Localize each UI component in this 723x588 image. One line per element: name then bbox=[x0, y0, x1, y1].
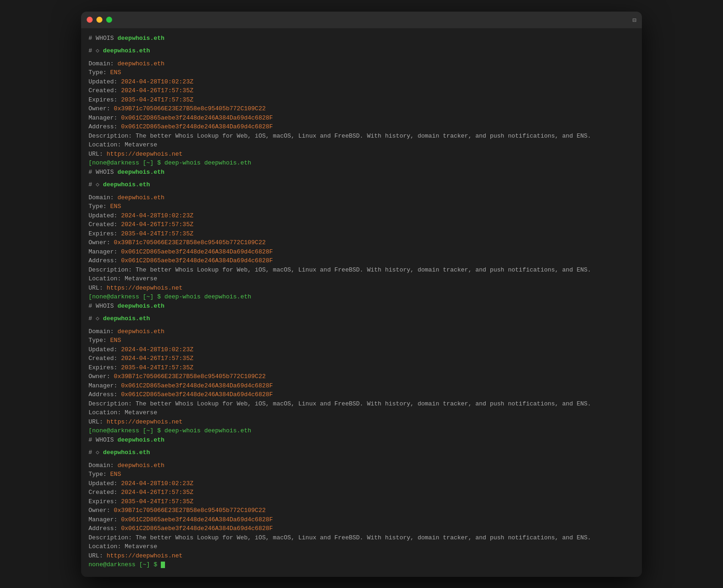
terminal-line: Owner: 0x39B71c705066E23E27B58e8c95405b7… bbox=[89, 506, 634, 515]
terminal-line: Type: ENS bbox=[89, 470, 634, 479]
terminal-line: Expires: 2035-04-24T17:57:35Z bbox=[89, 497, 634, 506]
terminal-line: # WHOIS deepwhois.eth bbox=[89, 302, 634, 311]
minimize-button[interactable] bbox=[96, 17, 102, 23]
terminal-line: Expires: 2035-04-24T17:57:35Z bbox=[89, 363, 634, 373]
terminal-line: Owner: 0x39B71c705066E23E27B58e8c95405b7… bbox=[89, 104, 634, 114]
terminal-line: # WHOIS deepwhois.eth bbox=[89, 436, 634, 445]
terminal-line: Domain: deepwhois.eth bbox=[89, 327, 634, 336]
terminal-line: Domain: deepwhois.eth bbox=[89, 193, 634, 202]
terminal-line: Owner: 0x39B71c705066E23E27B58e8c95405b7… bbox=[89, 238, 634, 247]
terminal-line bbox=[89, 457, 634, 461]
terminal-line: Description: The better Whois Lookup for… bbox=[89, 533, 634, 543]
terminal-line: Address: 0x061C2D865aebe3f2448de246A384D… bbox=[89, 524, 634, 533]
terminal-line: URL: https://deepwhois.net bbox=[89, 551, 634, 561]
maximize-button[interactable] bbox=[106, 17, 112, 23]
terminal-line bbox=[89, 444, 634, 448]
terminal-line: Updated: 2024-04-28T10:02:23Z bbox=[89, 211, 634, 221]
terminal-line: URL: https://deepwhois.net bbox=[89, 417, 634, 427]
terminal-line: Location: Metaverse bbox=[89, 140, 634, 150]
terminal-line: # WHOIS deepwhois.eth bbox=[89, 168, 634, 177]
terminal-line bbox=[89, 177, 634, 180]
terminal-line: [none@darkness [~] $ deep-whois deepwhoi… bbox=[89, 158, 634, 168]
terminal-window: ⊟ # WHOIS deepwhois.eth# ◇ deepwhois.eth… bbox=[81, 12, 642, 577]
terminal-line: Description: The better Whois Lookup for… bbox=[89, 132, 634, 141]
terminal-line: Created: 2024-04-26T17:57:35Z bbox=[89, 86, 634, 95]
close-button[interactable] bbox=[87, 17, 93, 23]
terminal-line: [none@darkness [~] $ deep-whois deepwhoi… bbox=[89, 426, 634, 436]
terminal-line: Manager: 0x061C2D865aebe3f2448de246A384D… bbox=[89, 247, 634, 257]
terminal-line: Updated: 2024-04-28T10:02:23Z bbox=[89, 345, 634, 354]
terminal-line: Address: 0x061C2D865aebe3f2448de246A384D… bbox=[89, 390, 634, 399]
terminal-line: Updated: 2024-04-28T10:02:23Z bbox=[89, 479, 634, 488]
terminal-line: Location: Metaverse bbox=[89, 274, 634, 284]
terminal-line: Description: The better Whois Lookup for… bbox=[89, 399, 634, 409]
terminal-line: URL: https://deepwhois.net bbox=[89, 284, 634, 293]
terminal-line: # WHOIS deepwhois.eth bbox=[89, 34, 634, 43]
terminal-line: Description: The better Whois Lookup for… bbox=[89, 266, 634, 275]
terminal-line: Type: ENS bbox=[89, 336, 634, 345]
terminal-line: Created: 2024-04-26T17:57:35Z bbox=[89, 354, 634, 363]
terminal-content[interactable]: # WHOIS deepwhois.eth# ◇ deepwhois.ethDo… bbox=[81, 28, 642, 577]
terminal-line: Location: Metaverse bbox=[89, 408, 634, 417]
terminal-line bbox=[89, 323, 634, 327]
terminal-line bbox=[89, 190, 634, 193]
terminal-line: # ◇ deepwhois.eth bbox=[89, 46, 634, 56]
terminal-line: Domain: deepwhois.eth bbox=[89, 461, 634, 470]
terminal-line: # ◇ deepwhois.eth bbox=[89, 180, 634, 190]
terminal-line bbox=[89, 56, 634, 59]
terminal-line: Address: 0x061C2D865aebe3f2448de246A384D… bbox=[89, 122, 634, 132]
terminal-line: Created: 2024-04-26T17:57:35Z bbox=[89, 488, 634, 497]
window-controls-right: ⊟ bbox=[633, 16, 636, 24]
terminal-line: [none@darkness [~] $ deep-whois deepwhoi… bbox=[89, 292, 634, 302]
terminal-line: Owner: 0x39B71c705066E23E27B58e8c95405b7… bbox=[89, 372, 634, 381]
cursor-block bbox=[161, 562, 165, 568]
traffic-lights bbox=[87, 17, 112, 23]
terminal-line: Type: ENS bbox=[89, 68, 634, 77]
terminal-line: # ◇ deepwhois.eth bbox=[89, 314, 634, 323]
terminal-line bbox=[89, 43, 634, 46]
terminal-line: Expires: 2035-04-24T17:57:35Z bbox=[89, 229, 634, 239]
terminal-line: Manager: 0x061C2D865aebe3f2448de246A384D… bbox=[89, 114, 634, 123]
terminal-line: Address: 0x061C2D865aebe3f2448de246A384D… bbox=[89, 256, 634, 266]
terminal-line: Expires: 2035-04-24T17:57:35Z bbox=[89, 95, 634, 105]
terminal-line: Updated: 2024-04-28T10:02:23Z bbox=[89, 77, 634, 87]
terminal-line: Location: Metaverse bbox=[89, 542, 634, 551]
terminal-line: Created: 2024-04-26T17:57:35Z bbox=[89, 220, 634, 229]
terminal-line: none@darkness [~] $ bbox=[89, 560, 634, 569]
terminal-line: URL: https://deepwhois.net bbox=[89, 150, 634, 159]
terminal-line: Domain: deepwhois.eth bbox=[89, 59, 634, 69]
terminal-line: # ◇ deepwhois.eth bbox=[89, 448, 634, 457]
terminal-line: Type: ENS bbox=[89, 202, 634, 211]
terminal-line: Manager: 0x061C2D865aebe3f2448de246A384D… bbox=[89, 515, 634, 525]
terminal-line bbox=[89, 310, 634, 314]
titlebar: ⊟ bbox=[81, 12, 642, 28]
terminal-line: Manager: 0x061C2D865aebe3f2448de246A384D… bbox=[89, 381, 634, 391]
